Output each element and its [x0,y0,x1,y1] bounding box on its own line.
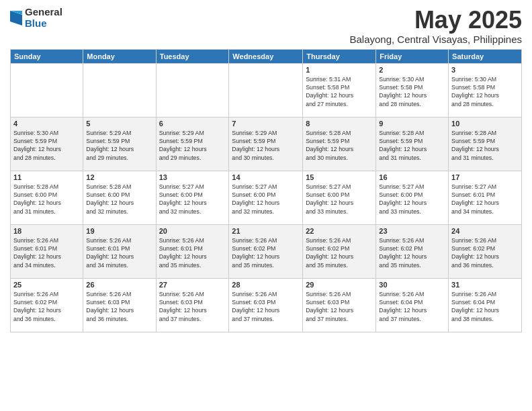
calendar-cell: 22Sunrise: 5:26 AM Sunset: 6:02 PM Dayli… [303,224,376,278]
day-number: 9 [379,120,445,128]
calendar-cell: 26Sunrise: 5:26 AM Sunset: 6:03 PM Dayli… [83,278,156,332]
day-number: 29 [306,281,373,289]
calendar-cell: 12Sunrise: 5:28 AM Sunset: 6:00 PM Dayli… [83,171,156,224]
day-number: 15 [306,173,373,181]
day-number: 24 [451,227,519,235]
calendar-cell: 28Sunrise: 5:26 AM Sunset: 6:03 PM Dayli… [229,278,303,332]
day-number: 20 [159,227,226,235]
day-info: Sunrise: 5:30 AM Sunset: 5:59 PM Dayligh… [13,129,80,162]
day-info: Sunrise: 5:27 AM Sunset: 6:00 PM Dayligh… [232,183,300,216]
calendar-week-2: 4Sunrise: 5:30 AM Sunset: 5:59 PM Daylig… [11,117,522,171]
day-info: Sunrise: 5:26 AM Sunset: 6:02 PM Dayligh… [451,236,519,269]
calendar-week-4: 18Sunrise: 5:26 AM Sunset: 6:01 PM Dayli… [11,224,522,278]
calendar-cell: 11Sunrise: 5:28 AM Sunset: 6:00 PM Dayli… [11,171,83,224]
calendar-week-1: 1Sunrise: 5:31 AM Sunset: 5:58 PM Daylig… [11,63,522,117]
day-info: Sunrise: 5:27 AM Sunset: 6:00 PM Dayligh… [159,183,226,216]
logo-blue-text: Blue [25,18,62,30]
day-info: Sunrise: 5:31 AM Sunset: 5:58 PM Dayligh… [306,75,373,108]
col-tuesday: Tuesday [156,49,229,63]
day-number: 11 [13,173,80,181]
col-saturday: Saturday [449,49,522,63]
calendar-cell: 13Sunrise: 5:27 AM Sunset: 6:00 PM Dayli… [156,171,229,224]
day-info: Sunrise: 5:26 AM Sunset: 6:03 PM Dayligh… [86,290,152,323]
calendar-week-3: 11Sunrise: 5:28 AM Sunset: 6:00 PM Dayli… [11,171,522,224]
calendar-cell: 7Sunrise: 5:29 AM Sunset: 5:59 PM Daylig… [229,117,303,171]
day-info: Sunrise: 5:27 AM Sunset: 6:00 PM Dayligh… [306,183,373,216]
header: General Blue May 2025 Balayong, Central … [10,7,522,45]
calendar-cell [83,63,156,117]
col-monday: Monday [83,49,156,63]
calendar-cell [229,63,303,117]
col-sunday: Sunday [11,49,83,63]
day-info: Sunrise: 5:26 AM Sunset: 6:03 PM Dayligh… [159,290,226,323]
day-info: Sunrise: 5:28 AM Sunset: 5:59 PM Dayligh… [379,129,445,162]
col-wednesday: Wednesday [229,49,303,63]
calendar-cell: 14Sunrise: 5:27 AM Sunset: 6:00 PM Dayli… [229,171,303,224]
calendar-cell: 1Sunrise: 5:31 AM Sunset: 5:58 PM Daylig… [303,63,376,117]
day-number: 30 [379,281,445,289]
day-info: Sunrise: 5:26 AM Sunset: 6:02 PM Dayligh… [306,236,373,269]
day-info: Sunrise: 5:29 AM Sunset: 5:59 PM Dayligh… [159,129,226,162]
day-number: 10 [451,120,519,128]
day-number: 23 [379,227,445,235]
calendar-cell: 2Sunrise: 5:30 AM Sunset: 5:58 PM Daylig… [376,63,449,117]
col-thursday: Thursday [303,49,376,63]
day-info: Sunrise: 5:26 AM Sunset: 6:03 PM Dayligh… [306,290,373,323]
calendar-cell: 15Sunrise: 5:27 AM Sunset: 6:00 PM Dayli… [303,171,376,224]
logo: General Blue [10,7,62,29]
calendar-cell: 19Sunrise: 5:26 AM Sunset: 6:01 PM Dayli… [83,224,156,278]
day-info: Sunrise: 5:29 AM Sunset: 5:59 PM Dayligh… [86,129,152,162]
day-number: 13 [159,173,226,181]
col-friday: Friday [376,49,449,63]
calendar-table: Sunday Monday Tuesday Wednesday Thursday… [10,49,522,332]
calendar-cell: 5Sunrise: 5:29 AM Sunset: 5:59 PM Daylig… [83,117,156,171]
day-number: 19 [86,227,152,235]
day-number: 31 [451,281,519,289]
day-number: 25 [13,281,80,289]
day-number: 16 [379,173,445,181]
calendar-cell: 6Sunrise: 5:29 AM Sunset: 5:59 PM Daylig… [156,117,229,171]
day-number: 14 [232,173,300,181]
calendar-header-row: Sunday Monday Tuesday Wednesday Thursday… [11,49,522,63]
day-number: 17 [451,173,519,181]
day-info: Sunrise: 5:28 AM Sunset: 5:59 PM Dayligh… [306,129,373,162]
calendar-cell: 29Sunrise: 5:26 AM Sunset: 6:03 PM Dayli… [303,278,376,332]
day-number: 12 [86,173,152,181]
calendar-cell: 27Sunrise: 5:26 AM Sunset: 6:03 PM Dayli… [156,278,229,332]
calendar-cell: 10Sunrise: 5:28 AM Sunset: 5:59 PM Dayli… [449,117,522,171]
calendar-cell: 30Sunrise: 5:26 AM Sunset: 6:04 PM Dayli… [376,278,449,332]
day-number: 27 [159,281,226,289]
calendar-cell [156,63,229,117]
day-info: Sunrise: 5:26 AM Sunset: 6:01 PM Dayligh… [159,236,226,269]
title-block: May 2025 Balayong, Central Visayas, Phil… [349,7,522,45]
calendar-cell [11,63,83,117]
day-info: Sunrise: 5:28 AM Sunset: 5:59 PM Dayligh… [451,129,519,162]
calendar-cell: 18Sunrise: 5:26 AM Sunset: 6:01 PM Dayli… [11,224,83,278]
logo-icon [10,11,22,26]
day-info: Sunrise: 5:30 AM Sunset: 5:58 PM Dayligh… [451,75,519,108]
main-title: May 2025 [349,7,522,34]
day-number: 6 [159,120,226,128]
calendar-cell: 24Sunrise: 5:26 AM Sunset: 6:02 PM Dayli… [449,224,522,278]
logo-text: General Blue [25,7,62,29]
logo-general-text: General [25,7,62,18]
day-info: Sunrise: 5:27 AM Sunset: 6:00 PM Dayligh… [379,183,445,216]
day-info: Sunrise: 5:28 AM Sunset: 6:00 PM Dayligh… [86,183,152,216]
day-number: 1 [306,66,373,74]
day-info: Sunrise: 5:26 AM Sunset: 6:01 PM Dayligh… [13,236,80,269]
calendar-cell: 4Sunrise: 5:30 AM Sunset: 5:59 PM Daylig… [11,117,83,171]
day-number: 5 [86,120,152,128]
day-info: Sunrise: 5:30 AM Sunset: 5:58 PM Dayligh… [379,75,445,108]
calendar-cell: 3Sunrise: 5:30 AM Sunset: 5:58 PM Daylig… [449,63,522,117]
calendar-cell: 23Sunrise: 5:26 AM Sunset: 6:02 PM Dayli… [376,224,449,278]
day-info: Sunrise: 5:26 AM Sunset: 6:02 PM Dayligh… [13,290,80,323]
calendar-cell: 17Sunrise: 5:27 AM Sunset: 6:01 PM Dayli… [449,171,522,224]
calendar-cell: 8Sunrise: 5:28 AM Sunset: 5:59 PM Daylig… [303,117,376,171]
day-info: Sunrise: 5:26 AM Sunset: 6:04 PM Dayligh… [451,290,519,323]
page: General Blue May 2025 Balayong, Central … [0,0,532,411]
day-number: 2 [379,66,445,74]
calendar-cell: 16Sunrise: 5:27 AM Sunset: 6:00 PM Dayli… [376,171,449,224]
calendar-cell: 21Sunrise: 5:26 AM Sunset: 6:02 PM Dayli… [229,224,303,278]
calendar-week-5: 25Sunrise: 5:26 AM Sunset: 6:02 PM Dayli… [11,278,522,332]
day-info: Sunrise: 5:26 AM Sunset: 6:04 PM Dayligh… [379,290,445,323]
